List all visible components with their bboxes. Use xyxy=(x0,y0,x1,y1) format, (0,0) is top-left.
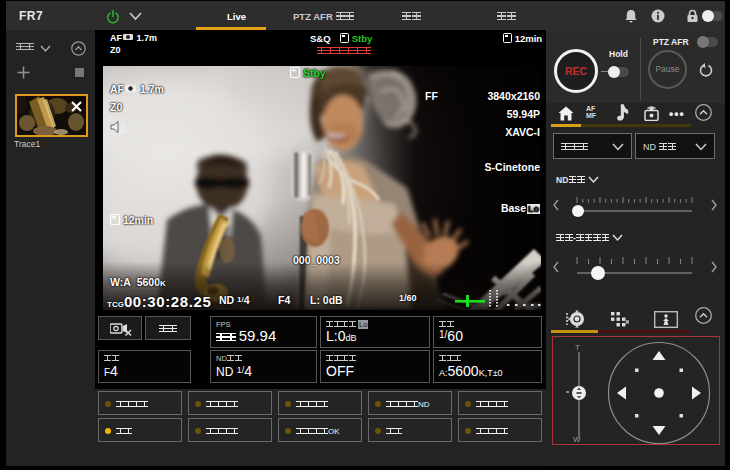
svg-text:OFF: OFF xyxy=(119,129,127,135)
